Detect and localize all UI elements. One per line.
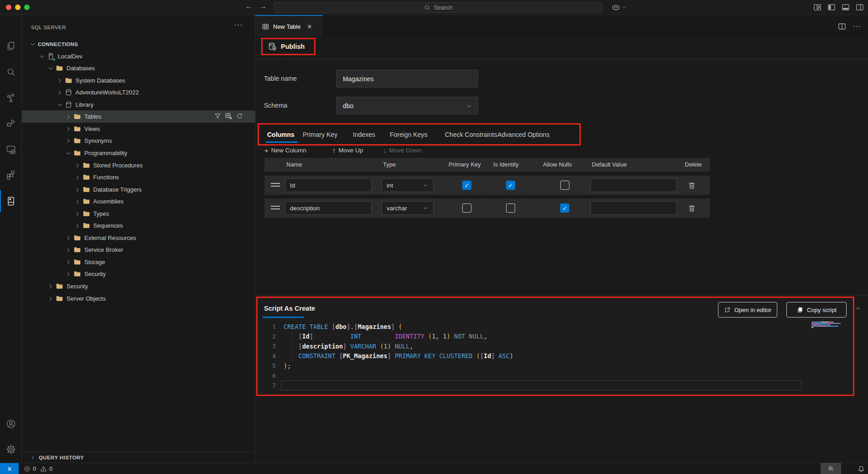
table-name-input[interactable] [336,70,478,88]
tree-item-localdev[interactable]: LocalDev [22,50,255,63]
chevron-down-icon [621,5,627,10]
tab-check-constraints[interactable]: Check Constraints [445,125,497,144]
column-type-value: varchar [387,205,407,212]
copy-script-button[interactable]: Copy script [786,302,847,318]
panel-left-icon[interactable] [827,3,836,12]
folder-icon [73,234,81,242]
refresh-icon[interactable] [236,112,243,120]
activity-item-sql-server[interactable] [0,190,22,212]
tree-item-library[interactable]: Library [22,99,255,111]
split-editor-icon[interactable] [837,22,847,31]
command-center-search[interactable]: Search [274,2,603,13]
tree-item-security[interactable]: Security [22,280,255,292]
tree-item-stored-procedures[interactable]: Stored Procedures [22,159,255,172]
allow-nulls-checkbox[interactable] [560,181,569,190]
error-count: 0 [33,466,36,472]
tab-primary-key[interactable]: Primary Key [303,125,337,144]
tree-item-assemblies[interactable]: Assemblies [22,195,255,208]
tree-item-external-resources[interactable]: External Resources [22,232,255,244]
chevron-right-icon [65,234,72,242]
tree-item-storage[interactable]: Storage [22,256,255,268]
delete-trash-icon[interactable] [687,204,696,213]
panel-right-icon[interactable] [855,3,864,12]
collapse-panel-icon[interactable] [854,305,862,312]
tree-item-functions[interactable]: Functions [22,171,255,183]
chevron-right-icon [74,186,81,193]
activity-item-remote-explorer[interactable] [0,139,22,161]
tree-item-databases[interactable]: Databases [22,62,255,74]
minimize-window-button[interactable] [15,5,21,10]
column-type-select[interactable]: int [382,178,434,192]
default-value-input[interactable] [590,201,677,215]
chevron-right-icon [65,271,72,278]
move-down-button: ↓Move Down [383,144,422,156]
primary-key-checkbox[interactable]: ✓ [462,181,471,190]
activity-item-extensions[interactable] [0,164,22,186]
activity-item-source-control[interactable] [0,87,22,109]
line-number: 1 [258,323,276,330]
is-identity-checkbox[interactable]: ✓ [506,181,515,190]
tree-item-connections[interactable]: CONNECTIONS [22,38,255,50]
activity-item-settings-gear[interactable] [0,438,22,460]
allow-nulls-checkbox[interactable]: ✓ [560,203,569,213]
tree-item-database-triggers[interactable]: Database Triggers [22,183,255,196]
tree-item-system-databases[interactable]: System Databases [22,74,255,87]
close-tab-icon[interactable]: ✕ [307,23,312,30]
column-name-input[interactable]: Id [285,178,372,192]
tab-label: New Table [273,23,300,30]
new-column-button[interactable]: +New Column [264,144,306,156]
database-icon [65,89,72,96]
default-value-input[interactable] [590,178,677,192]
tree-item-types[interactable]: Types [22,208,255,220]
query-history-section[interactable]: QUERY HISTORY [22,452,255,463]
problems-indicator[interactable]: 0 0 [24,463,52,474]
more-actions-icon[interactable]: ··· [234,21,243,30]
schema-select[interactable]: dbo [336,97,478,115]
layout-customize-icon[interactable] [813,3,822,12]
panel-bottom-icon[interactable] [841,3,850,12]
primary-key-checkbox[interactable] [462,203,471,213]
new-table-icon[interactable] [225,112,232,120]
notifications-bell-icon[interactable] [857,465,865,473]
tree-item-synonyms[interactable]: Synonyms [22,135,255,147]
tree-item-service-broker[interactable]: Service Broker [22,244,255,256]
script-tab-label[interactable]: Script As Create [264,305,315,312]
tree-item-adventureworkslt2022[interactable]: AdventureWorksLT2022 [22,86,255,99]
activity-item-search[interactable] [0,61,22,83]
copilot-menu-button[interactable] [611,3,627,12]
tree-item-server-objects[interactable]: Server Objects [22,292,255,305]
activity-item-files[interactable] [0,35,22,57]
zoom-window-button[interactable] [24,5,30,10]
is-identity-checkbox[interactable] [506,203,515,213]
tab-advanced-options[interactable]: Advanced Options [497,125,549,144]
move-up-button[interactable]: ↑Move Up [332,144,363,156]
column-type-select[interactable]: varchar [382,201,434,215]
publish-button[interactable]: Publish [261,38,315,55]
nav-back-button[interactable]: ← [244,2,254,10]
folder-icon [56,64,63,72]
activity-item-run-debug[interactable] [0,112,22,134]
account-icon [5,418,16,429]
nav-forward-button[interactable]: → [258,2,268,10]
tree-item-tables[interactable]: Tables [22,110,255,123]
drag-handle[interactable] [271,206,280,209]
zoom-status-button[interactable] [821,463,841,474]
tree-item-security[interactable]: Security [22,268,255,280]
tab-new-table[interactable]: New Table ✕ [255,15,323,37]
open-in-editor-button[interactable]: Open in editor [718,302,777,318]
remote-indicator[interactable] [0,463,19,474]
drag-handle[interactable] [271,183,280,187]
tab-foreign-keys[interactable]: Foreign Keys [390,125,427,144]
tree-item-programmability[interactable]: Programmability [22,147,255,159]
close-window-button[interactable] [6,5,11,10]
tree-item-sequences[interactable]: Sequences [22,219,255,232]
tab-indexes[interactable]: Indexes [353,125,375,144]
column-name-input[interactable]: description [285,201,372,215]
editor-more-actions-icon[interactable]: ··· [853,22,862,31]
delete-trash-icon[interactable] [687,181,696,190]
divider [255,295,868,296]
copilot-status-icon[interactable] [845,464,853,473]
activity-item-account[interactable] [0,413,22,435]
tree-item-views[interactable]: Views [22,123,255,135]
filter-icon[interactable] [214,112,222,120]
